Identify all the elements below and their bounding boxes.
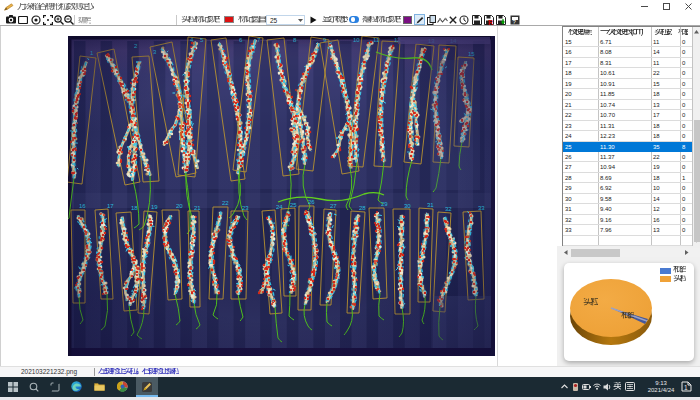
svg-text:1: 1: [684, 384, 688, 391]
svg-text:R: R: [488, 19, 493, 26]
